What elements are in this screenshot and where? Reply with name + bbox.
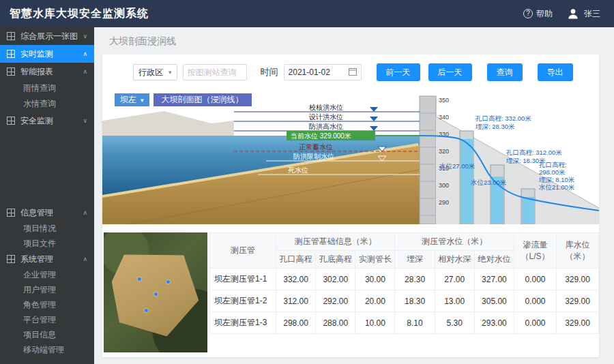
design-flood-level-label: 设计洪水位	[308, 113, 343, 121]
query-button[interactable]: 查询	[487, 63, 523, 81]
tube3-orifice-value: 298.00米	[539, 168, 566, 176]
station-search-input[interactable]	[183, 64, 247, 80]
table-row[interactable]: 坝左测压管1-1 332.00 302.00 30.00 28.30 27.00…	[210, 269, 599, 290]
sidebar: 综合展示一张图 ∨ 实时监测 ∧ 智能报表 ∧ 雨情查询 水情查询 安全监测	[0, 27, 94, 364]
sidebar-item-project-files[interactable]: 项目文件	[0, 236, 94, 251]
sidebar-item-label: 系统管理	[20, 254, 83, 265]
col-header-reservoir-level: 库水位（米）	[557, 233, 599, 269]
sidebar-item-label: 实时监测	[20, 48, 83, 60]
station-marker[interactable]	[138, 277, 141, 281]
scale-label: 300	[439, 182, 449, 189]
scale-label: 350	[439, 97, 449, 104]
sidebar-item-label: 移动端管理	[23, 344, 87, 356]
col-header-bottom-elevation: 孔底高程	[316, 251, 355, 269]
cell-value: 312.00	[276, 290, 316, 312]
menu-grid-icon	[7, 209, 15, 217]
col-header-measured-length: 实测管长	[355, 251, 395, 269]
prev-day-button[interactable]: 前一天	[377, 63, 420, 81]
table-wrap: 测压管 测压管基础信息（米） 测压管水位（米） 渗流量（L/S） 库水位（米） …	[209, 232, 599, 352]
cell-value: 288.00	[316, 312, 355, 334]
sidebar-item-role-management[interactable]: 角色管理	[0, 297, 94, 312]
sidebar-item-system-management[interactable]: 系统管理 ∧	[0, 251, 94, 267]
cell-value: 13.00	[435, 290, 474, 312]
sidebar-item-water-query[interactable]: 水情查询	[0, 96, 94, 112]
date-input[interactable]	[289, 67, 345, 77]
col-header-seepage: 渗流量（L/S）	[514, 233, 557, 269]
table-row[interactable]: 坝左测压管1-3 298.00 288.00 10.00 8.10 5.30 2…	[210, 312, 599, 334]
scale-label: 340	[439, 114, 449, 121]
sidebar-item-project-info[interactable]: 项目信息	[0, 327, 94, 342]
cell-value: 293.00	[474, 312, 514, 334]
cell-value: 0.000	[514, 312, 557, 334]
cell-value: 327.00	[474, 269, 514, 290]
user-menu[interactable]: 张三	[566, 7, 600, 20]
dead-water-level-label: 死水位	[288, 166, 308, 174]
menu-grid-icon	[7, 32, 15, 40]
export-button[interactable]: 导出	[538, 63, 573, 81]
sidebar-item-label: 项目文件	[23, 238, 87, 249]
tube1-water-label: 水位27.00米	[439, 162, 476, 170]
sidebar-item-platform-management[interactable]: 平台管理	[0, 312, 94, 327]
sidebar-item-label: 用户管理	[23, 284, 87, 296]
header-actions: ? 帮助 张三	[523, 7, 600, 20]
region-select-value: 行政区	[138, 67, 163, 78]
sidebar-item-label: 信息管理	[20, 207, 83, 219]
sidebar-item-info-management[interactable]: 信息管理 ∧	[0, 204, 94, 221]
sidebar-item-user-management[interactable]: 用户管理	[0, 282, 94, 297]
scale-label: 290	[439, 199, 449, 206]
check-flood-level-label: 校核洪水位	[308, 104, 343, 111]
bottom-section: 测压管 测压管基础信息（米） 测压管水位（米） 渗流量（L/S） 库水位（米） …	[104, 232, 599, 352]
sidebar-item-smart-reports[interactable]: 智能报表 ∧	[0, 63, 94, 80]
sidebar-item-label: 平台管理	[23, 314, 87, 326]
cell-value: 292.00	[316, 290, 355, 312]
station-marker[interactable]	[145, 309, 148, 312]
far-shore	[102, 111, 234, 136]
cell-tube-name: 坝左测压管1-2	[210, 290, 276, 312]
sidebar-item-rain-query[interactable]: 雨情查询	[0, 80, 94, 96]
help-button[interactable]: ? 帮助	[523, 8, 553, 20]
date-picker[interactable]	[284, 64, 362, 80]
next-day-button[interactable]: 后一天	[428, 63, 472, 81]
cell-value: 329.00	[557, 312, 599, 334]
col-header-relative-depth: 相对水深	[435, 251, 474, 269]
dam-side-select-value: 坝左	[120, 94, 136, 106]
cell-value: 329.00	[557, 269, 599, 290]
chevron-down-icon: ∨	[83, 117, 87, 124]
cell-tube-name: 坝左测压管1-1	[210, 269, 276, 290]
chevron-up-icon: ∧	[83, 68, 87, 75]
sidebar-item-enterprise-management[interactable]: 企业管理	[0, 267, 94, 282]
piezometer-table: 测压管 测压管基础信息（米） 测压管水位（米） 渗流量（L/S） 库水位（米） …	[209, 232, 599, 334]
tube1-depth-label: 埋深: 28.30米	[475, 123, 515, 130]
cell-value: 332.00	[276, 269, 316, 290]
sidebar-item-realtime-monitoring[interactable]: 实时监测 ∧	[0, 45, 94, 63]
calendar-icon	[349, 67, 357, 78]
sidebar-item-label: 智能报表	[20, 66, 83, 78]
dam-side-select[interactable]: 坝左 ▾	[115, 93, 149, 106]
chevron-down-icon: ▾	[169, 69, 172, 76]
sidebar-item-mobile-management[interactable]: 移动端管理	[0, 342, 94, 357]
time-label: 时间	[261, 66, 278, 78]
sidebar-item-project-status[interactable]: 项目情况	[0, 221, 94, 236]
cell-value: 28.30	[395, 269, 435, 290]
region-select[interactable]: 行政区 ▾	[133, 64, 177, 80]
design-flood-level: 设计洪水位	[234, 113, 420, 121]
sidebar-item-overview-map[interactable]: 综合展示一张图 ∨	[0, 27, 94, 45]
user-avatar-icon	[566, 7, 580, 20]
cell-value: 0.000	[514, 290, 557, 312]
scale-label: 320	[439, 148, 449, 155]
main-layout: 综合展示一张图 ∨ 实时监测 ∧ 智能报表 ∧ 雨情查询 水情查询 安全监测	[0, 27, 614, 364]
cell-tube-name: 坝左测压管1-3	[210, 312, 276, 334]
menu-grid-icon	[7, 67, 15, 76]
chevron-down-icon: ▾	[141, 97, 144, 104]
cell-value: 30.00	[355, 269, 395, 290]
col-header-absolute-level: 绝对水位	[474, 251, 514, 269]
tube2-water-label: 水位23.00米	[470, 179, 507, 186]
station-marker[interactable]	[166, 280, 170, 284]
sidebar-item-label: 企业管理	[23, 269, 87, 281]
app-title: 智慧水库大坝安全监测系统	[10, 7, 149, 21]
sidebar-item-safety-monitoring[interactable]: 安全监测 ∨	[0, 112, 94, 130]
chevron-up-icon: ∧	[83, 209, 87, 216]
table-row[interactable]: 坝左测压管1-2 312.00 292.00 20.00 18.30 13.00…	[210, 290, 599, 312]
station-marker[interactable]	[154, 292, 158, 296]
query-toolbar: 行政区 ▾ 时间 前一天 后一天 查询 导出	[133, 63, 599, 81]
